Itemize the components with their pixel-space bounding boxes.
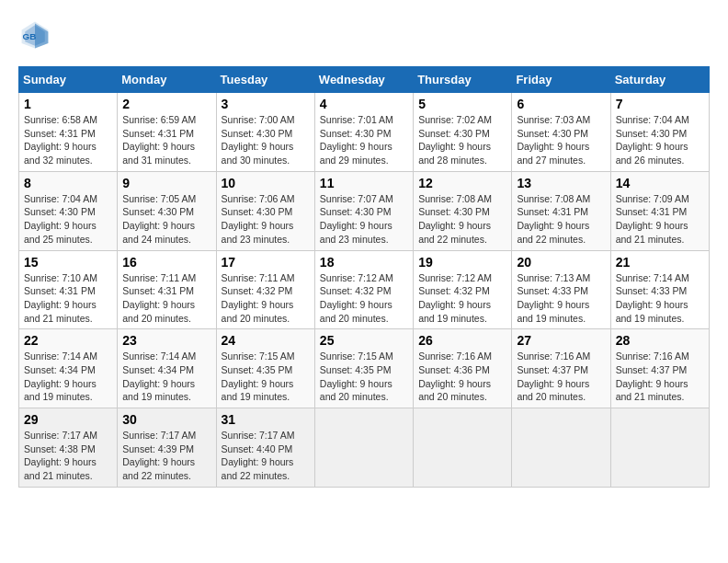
day-number: 31 <box>222 412 310 427</box>
calendar-cell: 20 Sunrise: 7:13 AM Sunset: 4:33 PM Dayl… <box>512 250 610 329</box>
calendar-cell: 24 Sunrise: 7:15 AM Sunset: 4:35 PM Dayl… <box>216 329 314 408</box>
calendar-cell: 30 Sunrise: 7:17 AM Sunset: 4:39 PM Dayl… <box>118 408 216 488</box>
calendar-cell: 16 Sunrise: 7:11 AM Sunset: 4:31 PM Dayl… <box>118 250 216 329</box>
day-number: 21 <box>616 255 704 270</box>
day-number: 1 <box>24 97 112 111</box>
day-number: 10 <box>222 176 310 190</box>
day-info: Sunrise: 7:11 AM Sunset: 4:31 PM Dayligh… <box>122 271 210 326</box>
day-number: 27 <box>517 333 605 348</box>
calendar-cell: 9 Sunrise: 7:05 AM Sunset: 4:30 PM Dayli… <box>118 171 216 250</box>
day-number: 13 <box>517 176 605 190</box>
day-number: 29 <box>24 412 112 427</box>
day-info: Sunrise: 7:04 AM Sunset: 4:30 PM Dayligh… <box>24 192 112 247</box>
header-wednesday: Wednesday <box>314 67 413 93</box>
calendar-cell: 13 Sunrise: 7:08 AM Sunset: 4:31 PM Dayl… <box>512 171 610 250</box>
header-tuesday: Tuesday <box>216 67 314 93</box>
calendar-cell: 1 Sunrise: 6:58 AM Sunset: 4:31 PM Dayli… <box>19 93 118 172</box>
day-info: Sunrise: 7:17 AM Sunset: 4:39 PM Dayligh… <box>122 429 210 483</box>
day-info: Sunrise: 7:12 AM Sunset: 4:32 PM Dayligh… <box>320 271 408 326</box>
calendar-cell: 28 Sunrise: 7:16 AM Sunset: 4:37 PM Dayl… <box>610 329 709 408</box>
calendar-cell: 11 Sunrise: 7:07 AM Sunset: 4:30 PM Dayl… <box>314 171 413 250</box>
day-number: 19 <box>418 255 506 270</box>
day-number: 15 <box>24 255 112 270</box>
day-number: 6 <box>517 97 605 111</box>
calendar-cell <box>414 408 512 488</box>
calendar-cell <box>314 408 413 488</box>
calendar-cell: 17 Sunrise: 7:11 AM Sunset: 4:32 PM Dayl… <box>216 250 314 329</box>
day-info: Sunrise: 7:05 AM Sunset: 4:30 PM Dayligh… <box>122 192 210 247</box>
day-number: 22 <box>24 333 112 348</box>
day-info: Sunrise: 7:15 AM Sunset: 4:35 PM Dayligh… <box>320 350 408 404</box>
day-number: 30 <box>122 412 210 427</box>
day-number: 4 <box>320 97 408 111</box>
calendar-cell: 5 Sunrise: 7:02 AM Sunset: 4:30 PM Dayli… <box>414 93 512 172</box>
day-info: Sunrise: 7:14 AM Sunset: 4:34 PM Dayligh… <box>122 350 210 404</box>
day-info: Sunrise: 7:13 AM Sunset: 4:33 PM Dayligh… <box>517 271 605 326</box>
day-number: 25 <box>320 333 408 348</box>
calendar-cell: 27 Sunrise: 7:16 AM Sunset: 4:37 PM Dayl… <box>512 329 610 408</box>
day-number: 18 <box>320 255 408 270</box>
day-number: 11 <box>320 176 408 190</box>
day-number: 12 <box>418 176 506 190</box>
calendar-cell: 10 Sunrise: 7:06 AM Sunset: 4:30 PM Dayl… <box>216 171 314 250</box>
day-info: Sunrise: 7:17 AM Sunset: 4:38 PM Dayligh… <box>24 429 112 483</box>
calendar-cell: 3 Sunrise: 7:00 AM Sunset: 4:30 PM Dayli… <box>216 93 314 172</box>
day-number: 20 <box>517 255 605 270</box>
calendar-cell <box>610 408 709 488</box>
day-info: Sunrise: 7:08 AM Sunset: 4:30 PM Dayligh… <box>418 192 506 247</box>
day-info: Sunrise: 7:16 AM Sunset: 4:37 PM Dayligh… <box>616 350 704 404</box>
day-info: Sunrise: 7:00 AM Sunset: 4:30 PM Dayligh… <box>222 113 310 167</box>
day-info: Sunrise: 7:14 AM Sunset: 4:33 PM Dayligh… <box>616 271 704 326</box>
day-number: 3 <box>222 97 310 111</box>
calendar-cell: 12 Sunrise: 7:08 AM Sunset: 4:30 PM Dayl… <box>414 171 512 250</box>
calendar-cell: 15 Sunrise: 7:10 AM Sunset: 4:31 PM Dayl… <box>19 250 118 329</box>
day-info: Sunrise: 7:07 AM Sunset: 4:30 PM Dayligh… <box>320 192 408 247</box>
calendar-cell: 31 Sunrise: 7:17 AM Sunset: 4:40 PM Dayl… <box>216 408 314 488</box>
day-number: 7 <box>616 97 704 111</box>
calendar-cell: 18 Sunrise: 7:12 AM Sunset: 4:32 PM Dayl… <box>314 250 413 329</box>
day-info: Sunrise: 7:17 AM Sunset: 4:40 PM Dayligh… <box>222 429 310 483</box>
day-number: 28 <box>616 333 704 348</box>
day-number: 23 <box>122 333 210 348</box>
logo-icon: GB <box>18 18 51 52</box>
day-info: Sunrise: 6:58 AM Sunset: 4:31 PM Dayligh… <box>24 113 112 167</box>
calendar-cell: 7 Sunrise: 7:04 AM Sunset: 4:30 PM Dayli… <box>610 93 709 172</box>
day-info: Sunrise: 7:03 AM Sunset: 4:30 PM Dayligh… <box>517 113 605 167</box>
calendar-cell <box>512 408 610 488</box>
day-info: Sunrise: 7:02 AM Sunset: 4:30 PM Dayligh… <box>418 113 506 167</box>
calendar-cell: 29 Sunrise: 7:17 AM Sunset: 4:38 PM Dayl… <box>19 408 118 488</box>
header-saturday: Saturday <box>610 67 709 93</box>
header-monday: Monday <box>118 67 216 93</box>
calendar-cell: 21 Sunrise: 7:14 AM Sunset: 4:33 PM Dayl… <box>610 250 709 329</box>
day-info: Sunrise: 7:11 AM Sunset: 4:32 PM Dayligh… <box>222 271 310 326</box>
day-info: Sunrise: 7:15 AM Sunset: 4:35 PM Dayligh… <box>222 350 310 404</box>
calendar-cell: 22 Sunrise: 7:14 AM Sunset: 4:34 PM Dayl… <box>19 329 118 408</box>
calendar-cell: 25 Sunrise: 7:15 AM Sunset: 4:35 PM Dayl… <box>314 329 413 408</box>
day-number: 26 <box>418 333 506 348</box>
day-info: Sunrise: 7:06 AM Sunset: 4:30 PM Dayligh… <box>222 192 310 247</box>
weekday-header-row: Sunday Monday Tuesday Wednesday Thursday… <box>19 67 710 93</box>
logo: GB <box>18 18 57 52</box>
day-info: Sunrise: 7:16 AM Sunset: 4:36 PM Dayligh… <box>418 350 506 404</box>
calendar-cell: 23 Sunrise: 7:14 AM Sunset: 4:34 PM Dayl… <box>118 329 216 408</box>
header-sunday: Sunday <box>19 67 118 93</box>
day-number: 16 <box>122 255 210 270</box>
day-number: 14 <box>616 176 704 190</box>
header-thursday: Thursday <box>414 67 512 93</box>
day-info: Sunrise: 7:04 AM Sunset: 4:30 PM Dayligh… <box>616 113 704 167</box>
day-info: Sunrise: 7:08 AM Sunset: 4:31 PM Dayligh… <box>517 192 605 247</box>
day-number: 9 <box>122 176 210 190</box>
day-number: 2 <box>122 97 210 111</box>
calendar-table: Sunday Monday Tuesday Wednesday Thursday… <box>18 66 710 488</box>
calendar-cell: 6 Sunrise: 7:03 AM Sunset: 4:30 PM Dayli… <box>512 93 610 172</box>
day-number: 17 <box>222 255 310 270</box>
calendar-cell: 14 Sunrise: 7:09 AM Sunset: 4:31 PM Dayl… <box>610 171 709 250</box>
day-info: Sunrise: 7:16 AM Sunset: 4:37 PM Dayligh… <box>517 350 605 404</box>
calendar-cell: 2 Sunrise: 6:59 AM Sunset: 4:31 PM Dayli… <box>118 93 216 172</box>
day-info: Sunrise: 6:59 AM Sunset: 4:31 PM Dayligh… <box>122 113 210 167</box>
day-info: Sunrise: 7:01 AM Sunset: 4:30 PM Dayligh… <box>320 113 408 167</box>
calendar-cell: 4 Sunrise: 7:01 AM Sunset: 4:30 PM Dayli… <box>314 93 413 172</box>
page-header: GB <box>18 18 710 52</box>
day-number: 5 <box>418 97 506 111</box>
day-number: 24 <box>222 333 310 348</box>
